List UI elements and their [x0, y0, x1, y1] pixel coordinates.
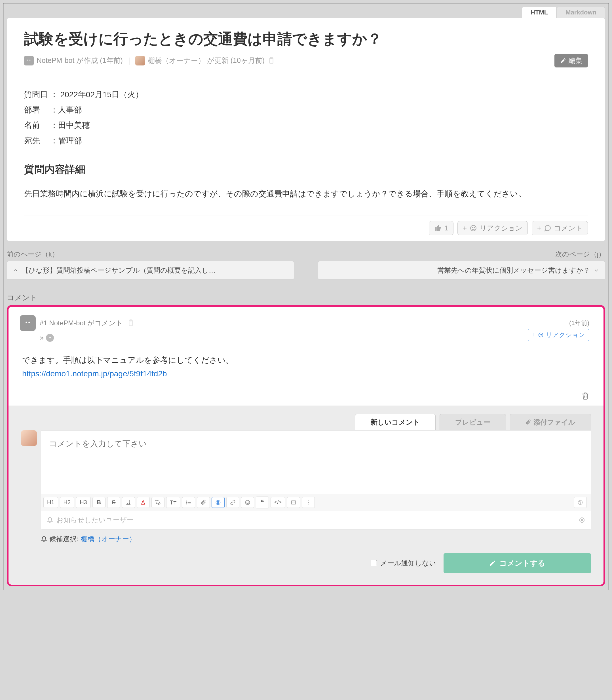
tab-html[interactable]: HTML	[522, 7, 557, 18]
svg-point-6	[474, 227, 474, 228]
svg-point-5	[472, 227, 473, 228]
clipboard-icon[interactable]	[127, 319, 135, 327]
question-body: 先日業務時間内に横浜に試験を受けに行ったのですが、その際の交通費申請はできますで…	[24, 187, 588, 201]
svg-point-1	[29, 59, 31, 61]
commenter-avatar	[20, 315, 36, 331]
trash-icon[interactable]	[581, 392, 589, 400]
svg-point-20	[186, 502, 187, 503]
svg-point-23	[217, 501, 219, 502]
next-label: 次のページ（j）	[318, 250, 605, 259]
field-to: 宛先 ：管理部	[24, 134, 588, 148]
tab-attach[interactable]: 添付ファイル	[510, 414, 591, 430]
field-dept: 部署 ：人事部	[24, 103, 588, 117]
tb-list[interactable]	[182, 497, 195, 508]
article-actions: 1 + リアクション + コメント	[24, 215, 588, 235]
page-title: 試験を受けに行ったときの交通費は申請できますか？	[24, 29, 588, 49]
creator-avatar	[24, 56, 34, 66]
svg-point-0	[28, 59, 29, 61]
comment-editor: 新しいコメント プレビュー 添付ファイル H1 H2 H3 B S	[9, 405, 603, 585]
tb-attach[interactable]	[197, 497, 210, 508]
tb-underline[interactable]: U	[122, 497, 135, 508]
comment-author: #1 NotePM-bot がコメント	[40, 318, 123, 328]
tb-textsize[interactable]: Tᴛ	[166, 497, 180, 508]
article-card: 試験を受けに行ったときの交通費は申請できますか？ NotePM-bot が作成 …	[7, 18, 605, 241]
suggest-user-link[interactable]: 棚橋（オーナー）	[81, 534, 136, 544]
tab-markdown[interactable]: Markdown	[557, 7, 605, 18]
svg-rect-27	[291, 501, 295, 504]
tb-help[interactable]	[574, 497, 587, 508]
field-name: 名前 ：田中美穂	[24, 118, 588, 132]
comment-input[interactable]	[41, 430, 591, 493]
tb-mention[interactable]	[211, 497, 225, 508]
tb-more[interactable]	[302, 497, 315, 508]
tb-table[interactable]	[287, 497, 300, 508]
svg-point-25	[247, 502, 247, 502]
edit-button[interactable]: 編集	[554, 54, 588, 68]
svg-point-33	[580, 503, 581, 504]
tb-strike[interactable]: S	[107, 497, 120, 508]
current-user-avatar	[21, 430, 37, 446]
comment-link[interactable]: https://demo1.notepm.jp/page/5f9f14fd2b	[22, 369, 167, 378]
tb-h1[interactable]: H1	[43, 497, 58, 508]
created-by: NotePM-bot が作成 (1年前)	[37, 56, 123, 65]
svg-point-26	[248, 502, 249, 502]
svg-point-13	[539, 333, 543, 337]
svg-point-21	[186, 504, 187, 504]
tb-h2[interactable]: H2	[60, 497, 74, 508]
like-button[interactable]: 1	[429, 221, 454, 235]
comments-heading: コメント	[7, 293, 605, 303]
section-heading: 質問内容詳細	[24, 160, 588, 179]
bell-icon	[41, 536, 47, 542]
svg-point-29	[308, 500, 309, 501]
tb-bold[interactable]: B	[93, 497, 106, 508]
updated-by: 棚橋（オーナー） が更新 (10ヶ月前)	[148, 56, 265, 65]
svg-point-31	[308, 504, 309, 504]
svg-point-24	[245, 500, 250, 504]
suggest-row: 候補選択: 棚橋（オーナー）	[41, 529, 591, 544]
pager: 前のページ（k） 【ひな形】質問箱投稿ページサンプル（質問の概要を記入し… 次の…	[7, 250, 605, 280]
article-meta: NotePM-bot が作成 (1年前) ｜ 棚橋（オーナー） が更新 (10ヶ…	[24, 54, 588, 68]
suggest-label: 候補選択:	[49, 534, 79, 544]
updater-avatar	[135, 56, 145, 66]
comment-item: #1 NotePM-bot がコメント (1年前) » + リアクション できま…	[9, 306, 603, 386]
svg-point-7	[26, 322, 27, 323]
svg-point-15	[541, 334, 542, 335]
next-page-button[interactable]: 営業先への年賀状に個別メッセージ書けますか？	[318, 261, 605, 280]
tb-h3[interactable]: H3	[76, 497, 91, 508]
comment-button[interactable]: + コメント	[532, 221, 588, 235]
tb-highlight[interactable]	[151, 497, 165, 508]
svg-point-30	[308, 502, 309, 503]
svg-point-4	[471, 226, 476, 231]
editor-toolbar: H1 H2 H3 B S U A Tᴛ ❝	[41, 494, 591, 511]
tab-new-comment[interactable]: 新しいコメント	[355, 414, 435, 430]
reaction-button[interactable]: + リアクション	[457, 221, 528, 235]
tab-preview[interactable]: プレビュー	[440, 414, 506, 430]
prev-page-button[interactable]: 【ひな形】質問箱投稿ページサンプル（質問の概要を記入し…	[7, 261, 294, 280]
notify-user-input[interactable]: お知らせしたいユーザー	[41, 511, 591, 529]
quote-icon: »	[40, 333, 44, 342]
svg-point-14	[540, 334, 541, 335]
comment-submit-button[interactable]: コメントする	[444, 553, 591, 573]
clipboard-icon[interactable]	[267, 57, 275, 65]
bot-face-icon	[46, 334, 54, 342]
bell-icon	[47, 517, 53, 523]
prev-label: 前のページ（k）	[7, 250, 294, 259]
svg-point-11	[49, 337, 50, 338]
tb-code[interactable]: </>	[270, 497, 285, 508]
clear-icon[interactable]	[579, 517, 585, 523]
svg-point-12	[51, 337, 51, 338]
svg-point-8	[28, 322, 30, 323]
tb-color[interactable]: A	[137, 497, 150, 508]
comment-timestamp: (1年前)	[569, 319, 589, 327]
tb-quote[interactable]: ❝	[256, 497, 269, 509]
tb-emoji[interactable]	[241, 497, 254, 508]
article-body: 質問日 ： 2022年02月15日（火） 部署 ：人事部 名前 ：田中美穂 宛先…	[24, 88, 588, 201]
comment-text: できます。手順は以下マニュアルを参考にしてください。	[22, 353, 589, 367]
comments-panel: #1 NotePM-bot がコメント (1年前) » + リアクション できま…	[7, 305, 605, 586]
field-date: 質問日 ： 2022年02月15日（火）	[24, 88, 588, 102]
tb-link[interactable]	[226, 497, 239, 508]
no-mail-checkbox[interactable]: メール通知しない	[371, 559, 436, 568]
notify-placeholder: お知らせしたいユーザー	[56, 515, 134, 525]
svg-point-19	[186, 501, 187, 501]
comment-reaction-button[interactable]: + リアクション	[528, 329, 589, 341]
